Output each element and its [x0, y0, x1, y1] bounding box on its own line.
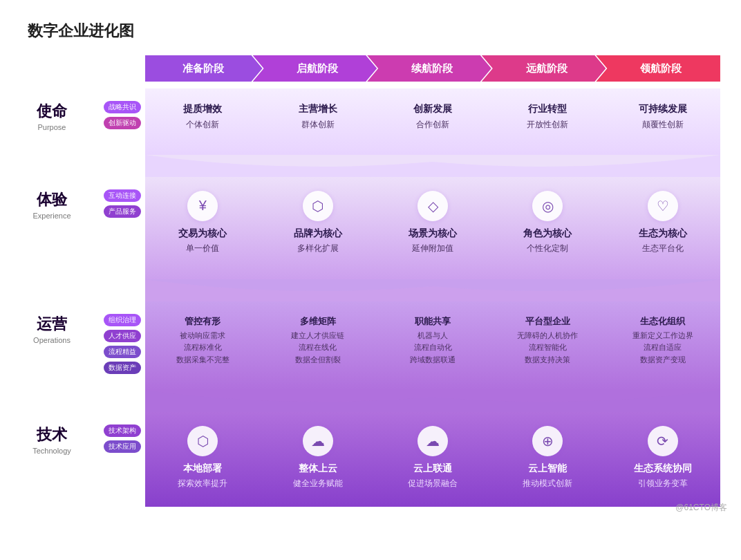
zh-label-technology: 技术: [37, 424, 67, 445]
section-technology: 技术Technology技术架构技术应用⬡本地部署探索效率提升☁整体上云健全业务…: [21, 412, 720, 507]
sub-text-operations-4: 重新定义工作边界 流程自适应 数据资产变现: [632, 330, 693, 366]
wave-sep-2: [21, 390, 720, 412]
stage-label-0: 准备阶段: [182, 62, 224, 75]
sub-text-operations-0: 被动响应需求 流程标准化 数据采集不完整: [176, 330, 229, 366]
wave-svg-wrap: [145, 279, 720, 301]
cell-technology-0: ⬡本地部署探索效率提升: [145, 420, 260, 495]
tag-operations-2: 流程精益: [104, 346, 141, 358]
main-text-operations-2: 职能共享: [415, 315, 451, 328]
icon-experience-4: ♡: [648, 191, 678, 221]
main-text-purpose-3: 行业转型: [528, 102, 567, 116]
main-text-operations-0: 管控有形: [185, 315, 221, 328]
main-text-purpose-2: 创新发展: [413, 102, 452, 116]
sub-text-experience-2: 延伸附加值: [412, 242, 453, 255]
cell-experience-2: ◇场景为核心延伸附加值: [375, 185, 490, 260]
sub-text-experience-3: 个性化定制: [527, 242, 568, 255]
stage-arrow-1: 启航阶段: [253, 55, 377, 82]
wave-svg-wrap: [145, 155, 720, 177]
sub-text-experience-0: 单一价值: [186, 242, 219, 255]
content-operations: 管控有形被动响应需求 流程标准化 数据采集不完整多维矩阵建立人才供应链 流程在线…: [145, 301, 720, 390]
main-text-experience-4: 生态为核心: [639, 227, 687, 241]
tag-purpose-0: 战略共识: [104, 101, 141, 113]
tag-operations-3: 数据资产: [104, 362, 141, 374]
cell-purpose-0: 提质增效个体创新: [145, 97, 260, 136]
tag-experience-1: 产品服务: [104, 205, 141, 218]
main-text-experience-0: 交易为核心: [178, 227, 227, 241]
icon-technology-4: ⟳: [648, 426, 678, 456]
sub-text-experience-4: 生态平台化: [642, 242, 684, 255]
cell-purpose-3: 行业转型开放性创新: [490, 97, 605, 136]
zh-label-purpose: 使命: [37, 101, 67, 122]
stage-arrow-3: 远航阶段: [482, 55, 606, 82]
section-experience: 体验Experience互动连接产品服务¥交易为核心单一价值⬡品牌为核心多样化扩…: [21, 177, 720, 279]
sections-layout: 使命Purpose战略共识创新驱动提质增效个体创新主营增长群体创新创新发展合作创…: [21, 84, 720, 507]
cell-technology-2: ☁云上联通促进场景融合: [375, 420, 490, 495]
tag-experience-0: 互动连接: [104, 189, 141, 202]
sub-text-operations-1: 建立人才供应链 流程在线化 数据全但割裂: [291, 330, 344, 366]
tag-purpose-1: 创新驱动: [104, 117, 141, 129]
cell-technology-4: ⟳生态系统协同引领业务变革: [606, 420, 720, 495]
cell-operations-4: 生态化组织重新定义工作边界 流程自适应 数据资产变现: [606, 310, 720, 371]
main-text-technology-2: 云上联通: [413, 462, 452, 476]
tag-technology-0: 技术架构: [104, 424, 141, 437]
icon-technology-0: ⬡: [187, 426, 218, 456]
sub-text-technology-4: 引领业务变革: [638, 477, 688, 490]
cell-experience-1: ⬡品牌为核心多样化扩展: [260, 185, 375, 260]
icon-technology-3: ⊕: [532, 426, 563, 456]
sub-text-operations-3: 无障碍的人机协作 流程智能化 数据支持决策: [517, 330, 578, 366]
page-title: 数字企业进化图: [28, 21, 720, 41]
section-label-experience: 体验Experience: [21, 177, 83, 279]
arrows-container: 准备阶段启航阶段续航阶段远航阶段领航阶段: [145, 55, 720, 82]
icon-experience-1: ⬡: [303, 191, 333, 221]
stage-label-3: 远航阶段: [526, 62, 568, 75]
wave-sep-white: [21, 390, 145, 412]
main-text-purpose-1: 主营增长: [299, 102, 337, 116]
icon-experience-0: ¥: [187, 191, 218, 221]
wave-sep-white: [21, 279, 145, 301]
en-label-experience: Experience: [32, 212, 71, 220]
main-text-experience-2: 场景为核心: [409, 227, 457, 241]
stage-label-1: 启航阶段: [297, 62, 338, 75]
section-label-technology: 技术Technology: [21, 412, 83, 507]
stage-label-2: 续航阶段: [411, 62, 453, 75]
cell-purpose-4: 可持续发展颠覆性创新: [606, 97, 720, 136]
icon-technology-2: ☁: [418, 426, 448, 456]
sub-text-operations-2: 机器与人 流程自动化 跨域数据联通: [410, 330, 456, 366]
main-text-operations-3: 平台型企业: [525, 315, 570, 328]
stage-arrow-0: 准备阶段: [145, 55, 263, 82]
wave-sep-0: [21, 155, 720, 177]
wave-sep-white: [21, 155, 145, 177]
main-text-experience-3: 角色为核心: [523, 227, 572, 241]
en-label-purpose: Purpose: [38, 123, 66, 131]
main-text-operations-1: 多维矩阵: [300, 315, 336, 328]
cell-purpose-1: 主营增长群体创新: [260, 97, 375, 136]
wave-sep-1: [21, 279, 720, 301]
section-tags-operations: 组织治理人才供应流程精益数据资产: [83, 301, 145, 390]
icon-technology-1: ☁: [303, 426, 333, 456]
stage-arrow-2: 续航阶段: [367, 55, 491, 82]
cell-operations-0: 管控有形被动响应需求 流程标准化 数据采集不完整: [145, 310, 260, 371]
content-technology: ⬡本地部署探索效率提升☁整体上云健全业务赋能☁云上联通促进场景融合⊕云上智能推动…: [145, 412, 720, 507]
main-text-experience-1: 品牌为核心: [294, 227, 342, 241]
sub-text-technology-0: 探索效率提升: [178, 477, 227, 490]
section-tags-experience: 互动连接产品服务: [83, 177, 145, 279]
section-tags-purpose: 战略共识创新驱动: [83, 88, 145, 155]
stage-arrow-4: 领航阶段: [596, 55, 720, 82]
wave-svg-wrap: [145, 390, 720, 412]
icon-experience-2: ◇: [418, 191, 448, 221]
en-label-operations: Operations: [33, 336, 71, 344]
watermark: @61CTO博客: [675, 502, 727, 514]
cell-experience-3: ◎角色为核心个性化定制: [490, 185, 605, 260]
main-text-technology-0: 本地部署: [183, 462, 222, 476]
sub-text-purpose-2: 合作创新: [416, 118, 449, 131]
main-text-technology-1: 整体上云: [299, 462, 337, 476]
main-text-operations-4: 生态化组织: [640, 315, 685, 328]
page: 数字企业进化图 准备阶段启航阶段续航阶段远航阶段领航阶段 使命Purpose战略…: [0, 0, 741, 521]
section-operations: 运营Operations组织治理人才供应流程精益数据资产管控有形被动响应需求 流…: [21, 301, 720, 390]
en-label-technology: Technology: [32, 447, 71, 455]
section-tags-technology: 技术架构技术应用: [83, 412, 145, 507]
section-label-operations: 运营Operations: [21, 301, 83, 390]
header-row: 准备阶段启航阶段续航阶段远航阶段领航阶段: [21, 55, 720, 82]
zh-label-experience: 体验: [37, 189, 67, 210]
tag-operations-1: 人才供应: [104, 330, 141, 342]
